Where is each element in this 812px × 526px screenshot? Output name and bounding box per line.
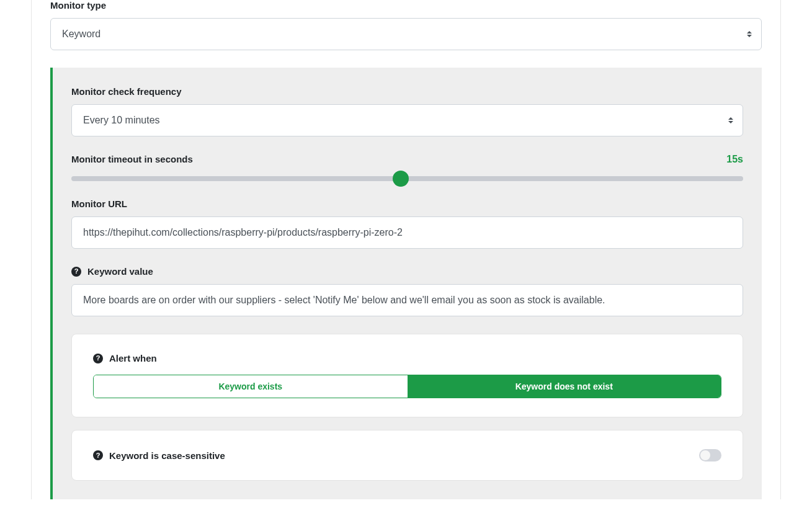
frequency-label: Monitor check frequency — [71, 86, 743, 97]
case-sensitive-toggle[interactable] — [699, 449, 721, 461]
timeout-label: Monitor timeout in seconds — [71, 154, 193, 164]
monitor-settings-section: Monitor check frequency Every 10 minutes… — [50, 68, 762, 499]
help-icon[interactable]: ? — [93, 450, 103, 460]
monitor-type-select[interactable]: Keyword — [50, 18, 762, 50]
frequency-select[interactable]: Every 10 minutes — [71, 104, 743, 136]
alert-keyword-not-exist-button[interactable]: Keyword does not exist — [408, 375, 721, 398]
alert-when-label: Alert when — [109, 353, 157, 363]
help-icon[interactable]: ? — [93, 354, 103, 363]
case-sensitive-card: ? Keyword is case-sensitive — [71, 430, 743, 481]
slider-thumb[interactable] — [393, 171, 409, 187]
keyword-value-input[interactable]: More boards are on order with our suppli… — [71, 284, 743, 316]
help-icon[interactable]: ? — [71, 267, 81, 277]
keyword-value-label: Keyword value — [87, 266, 153, 277]
alert-when-card: ? Alert when Keyword exists Keyword does… — [71, 334, 743, 417]
monitor-type-label: Monitor type — [50, 0, 762, 11]
monitor-url-label: Monitor URL — [71, 198, 743, 209]
case-sensitive-label: Keyword is case-sensitive — [109, 450, 225, 461]
alert-keyword-exists-button[interactable]: Keyword exists — [94, 375, 408, 398]
alert-when-segmented: Keyword exists Keyword does not exist — [93, 375, 721, 398]
timeout-value: 15s — [726, 154, 743, 165]
monitor-url-input[interactable]: https://thepihut.com/collections/raspber… — [71, 216, 743, 249]
timeout-slider[interactable] — [71, 176, 743, 181]
toggle-knob — [700, 450, 710, 460]
